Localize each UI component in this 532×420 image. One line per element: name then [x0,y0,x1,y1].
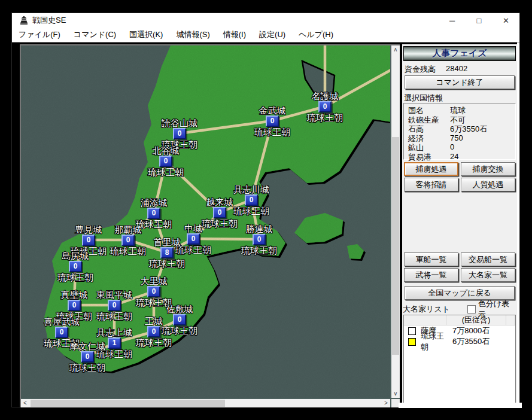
map-view[interactable]: 名護城0琉球王朝金武城0琉球王朝読谷山城0琉球王朝北谷城0琉球王朝具志川城0琉球… [21,45,390,398]
castle-garrison-count[interactable]: 0 [173,128,186,139]
castle-金武城[interactable]: 金武城0琉球王朝 [233,106,311,136]
castle-name: 大里城 [115,276,193,285]
info-value: 6万3550石 [450,124,487,133]
menu-item[interactable]: ファイル(F) [12,28,67,42]
daimyo-rows: 薩摩7万8000石琉球王朝6万3550石 [404,325,515,347]
maximize-button[interactable]: □ [466,13,493,28]
castle-name: 勝連城 [220,224,298,233]
column-koku: (臣従含) [446,315,506,325]
horizontal-scroll-thumb[interactable] [31,400,225,407]
castle-garrison-count[interactable]: 0 [55,327,68,338]
castle-garrison-count[interactable]: 0 [108,300,121,311]
castle-owner: 琉球王朝 [220,246,298,255]
country-info-row: 国名琉球 [404,105,515,114]
castle-owner: 琉球王朝 [37,273,114,282]
daimyo-color-swatch [408,338,416,346]
info-value: 24 [450,152,458,161]
scroll-down-icon[interactable]: ∨ [391,389,400,398]
menu-item[interactable]: 城情報(S) [169,28,216,42]
castle-name: 読谷山城 [141,118,218,127]
daimyo-list-label: 大名家リスト [403,304,467,315]
castle-name: 喜屋武城 [23,317,101,326]
scroll-up-icon[interactable]: ∧ [391,45,400,54]
info-label: 鉄砲生産 [404,115,450,124]
menu-item[interactable]: コマンド(C) [67,28,123,42]
castle-garrison-count[interactable]: 0 [81,351,94,363]
list-button[interactable]: 軍船一覧 [404,252,458,266]
info-label: 国名 [404,105,450,114]
action-button[interactable]: 捕虜交換 [461,162,515,176]
color-toggle-checkbox[interactable] [467,305,476,314]
column-extra [506,315,515,325]
action-button[interactable]: 捕虜処遇 [404,162,458,176]
panel-spacer [402,191,517,250]
castle-owner: 琉球王朝 [233,127,311,136]
castle-name: 北谷城 [127,146,205,155]
daimyo-koku: 6万3550石 [451,336,512,347]
castle-摩文仁城[interactable]: 摩文仁城0琉球王朝 [48,342,126,372]
info-label: 経済 [404,133,450,142]
app-window: 戦国史SE ─ □ ✕ ファイル(F)コマンド(C)国選択(K)城情報(S)情報… [12,13,519,407]
column-name [404,315,446,325]
phase-title: 人事フェイズ [432,48,487,59]
castle-garrison-count[interactable]: 0 [147,208,160,219]
info-value: 不可 [450,115,466,124]
country-info-row: 石高6万3550石 [404,124,515,133]
close-button[interactable]: ✕ [493,13,519,28]
castle-garrison-count[interactable]: 0 [253,234,266,245]
castle-garrison-count[interactable]: 0 [318,101,332,112]
action-button[interactable]: 客将招請 [404,178,458,191]
castle-garrison-count[interactable]: 0 [213,207,226,218]
scroll-left-icon[interactable]: < [21,399,29,407]
action-buttons: 捕虜処遇捕虜交換客将招請人質処遇 [404,162,517,191]
castle-name: 金武城 [233,106,311,115]
castle-name: 名護城 [286,92,364,101]
castle-首里城[interactable]: 首里城8琉球王朝 [128,238,206,268]
daimyo-koku: 7万8000石 [451,325,512,336]
minimize-button[interactable]: ─ [439,13,466,28]
daimyo-color-swatch [408,327,416,335]
list-button[interactable]: 交易船一覧 [461,252,515,266]
castle-garrison-count[interactable]: 8 [160,247,174,258]
castle-garrison-count[interactable]: 0 [266,115,279,127]
castle-garrison-count[interactable]: 0 [69,261,82,272]
castle-北谷城[interactable]: 北谷城0琉球王朝 [127,146,205,176]
country-info-row: 経済750 [404,133,515,142]
castle-name: 具志上城 [75,328,153,337]
vertical-scrollbar[interactable]: ∧ ∨ [391,45,400,398]
menu-item[interactable]: ヘルプ(H) [292,28,340,42]
castle-name: 東風平城 [75,290,153,299]
action-button[interactable]: 人質処遇 [461,178,515,191]
country-info-row: 貿易港24 [404,152,515,161]
end-command-button[interactable]: コマンド終了 [405,75,515,89]
daimyo-listbox[interactable]: (臣従含) 薩摩7万8000石琉球王朝6万3550石 [403,315,516,406]
menu-item[interactable]: 設定(U) [253,28,292,42]
castle-勝連城[interactable]: 勝連城0琉球王朝 [220,224,298,255]
funds-value: 28402 [446,64,467,73]
castle-name: 摩文仁城 [48,342,126,351]
castle-owner: 琉球王朝 [128,259,206,268]
horizontal-scrollbar[interactable]: < > [21,399,390,407]
info-label: 貿易港 [404,152,450,161]
info-label: 鉱山 [404,142,450,151]
castle-name: 首里城 [128,238,206,246]
funds-label: 資金残高 [405,64,446,73]
menu-item[interactable]: 国選択(K) [123,28,169,42]
castle-garrison-count[interactable]: 0 [159,156,172,167]
vertical-scroll-thumb[interactable] [392,137,399,355]
list-button[interactable]: 大名家一覧 [461,268,515,282]
funds-row: 資金残高 28402 [405,64,517,73]
panel-bottom-strip [399,403,522,408]
titlebar: 戦国史SE ─ □ ✕ [12,13,519,28]
castle-読谷山城[interactable]: 読谷山城0琉球王朝 [141,118,218,149]
menu-item[interactable]: 情報(I) [217,28,253,42]
country-info-box: 国名琉球鉄砲生産不可石高6万3550石経済750鉱山0貿易港24 [403,103,516,160]
info-label: 石高 [404,124,450,133]
castle-owner: 琉球王朝 [48,363,126,372]
castle-島尻城[interactable]: 島尻城0琉球王朝 [37,251,114,282]
scroll-right-icon[interactable]: > [382,399,390,407]
list-button[interactable]: 武将一覧 [404,268,458,282]
daimyo-row[interactable]: 琉球王朝6万3550石 [404,336,515,347]
window-title: 戦国史SE [32,15,66,26]
info-value: 750 [450,133,463,142]
